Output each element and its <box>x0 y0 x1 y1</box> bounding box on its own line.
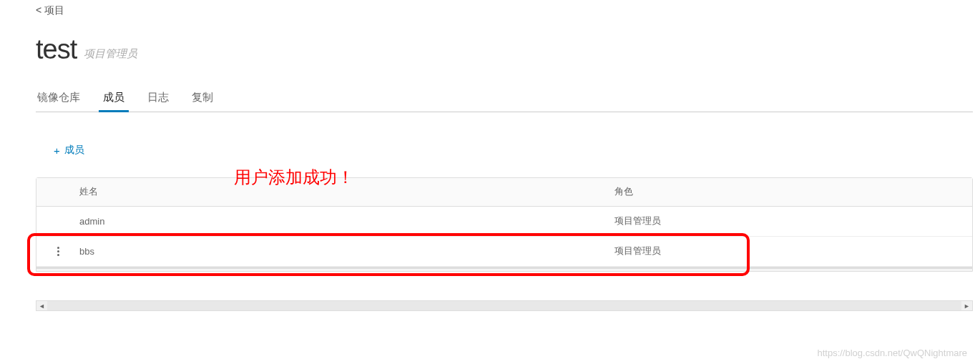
project-title: test <box>36 34 77 65</box>
plus-icon: + <box>54 144 60 157</box>
scroll-right-arrow-icon[interactable]: ► <box>961 301 972 310</box>
tab-repositories[interactable]: 镜像仓库 <box>36 91 82 112</box>
horizontal-scrollbar[interactable]: ◄ ► <box>36 300 973 311</box>
project-tabs: 镜像仓库 成员 日志 复制 <box>36 91 973 112</box>
member-role: 项目管理员 <box>614 245 972 257</box>
user-role-badge: 项目管理员 <box>84 47 137 61</box>
member-name: bbs <box>79 246 614 257</box>
table-bottom-border <box>36 267 972 271</box>
page-title-row: test 项目管理员 <box>36 34 973 65</box>
table-header-name[interactable]: 姓名 <box>79 185 614 198</box>
add-member-label: 成员 <box>64 144 84 157</box>
table-header-row: 姓名 角色 <box>36 178 972 207</box>
scroll-left-arrow-icon[interactable]: ◄ <box>36 301 47 310</box>
table-row[interactable]: bbs 项目管理员 <box>36 237 972 267</box>
back-to-projects-link[interactable]: < 项目 <box>36 4 973 17</box>
table-row[interactable]: admin 项目管理员 <box>36 207 972 237</box>
tab-replication[interactable]: 复制 <box>190 91 215 112</box>
add-member-button[interactable]: + 成员 <box>54 144 84 157</box>
scrollbar-track[interactable] <box>47 301 961 310</box>
member-name: admin <box>79 216 614 227</box>
members-table: 姓名 角色 admin 项目管理员 bbs 项目管理员 <box>36 177 973 272</box>
table-header-role[interactable]: 角色 <box>614 185 972 198</box>
tab-logs[interactable]: 日志 <box>146 91 170 112</box>
row-actions-cell <box>36 247 79 256</box>
watermark-text: https://blog.csdn.net/QwQNightmare <box>817 348 967 358</box>
more-actions-icon[interactable] <box>57 247 59 256</box>
tab-members[interactable]: 成员 <box>102 91 126 112</box>
member-role: 项目管理员 <box>614 215 972 227</box>
